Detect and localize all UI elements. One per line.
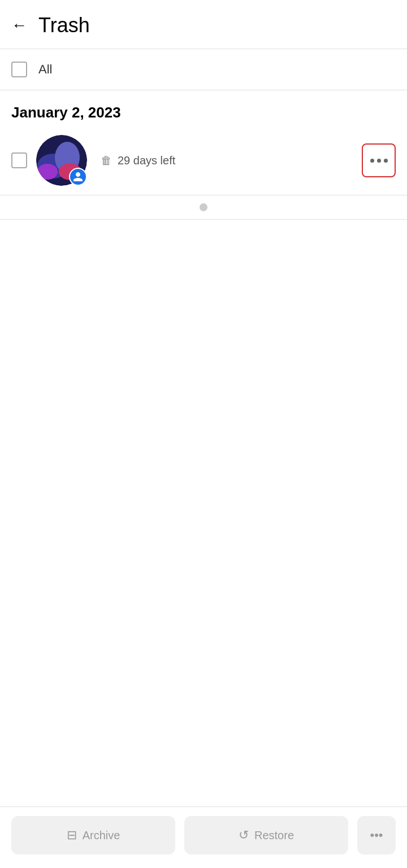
avatar <box>36 135 87 186</box>
page-title: Trash <box>38 14 90 37</box>
more-toolbar-button[interactable]: ••• <box>357 816 396 854</box>
days-left-text: 29 days left <box>118 154 175 167</box>
restore-label: Restore <box>254 829 294 842</box>
select-all-row: All <box>0 49 407 90</box>
select-all-label: All <box>38 62 52 77</box>
svg-point-5 <box>37 164 58 180</box>
date-section: January 2, 2023 <box>0 90 407 126</box>
archive-icon: ⊟ <box>67 828 77 843</box>
more-options-button[interactable] <box>362 143 396 177</box>
list-item: 🗑 29 days left <box>0 126 407 195</box>
item-checkbox[interactable] <box>11 152 27 168</box>
restore-icon: ↺ <box>239 828 249 843</box>
restore-button[interactable]: ↺ Restore <box>184 816 348 854</box>
dots-icon <box>370 159 388 163</box>
archive-button[interactable]: ⊟ Archive <box>11 816 175 854</box>
more-toolbar-icon: ••• <box>370 828 383 843</box>
bottom-toolbar: ⊟ Archive ↺ Restore ••• <box>0 806 407 868</box>
header: ← Trash <box>0 0 407 49</box>
trash-icon: 🗑 <box>101 154 112 167</box>
back-button[interactable]: ← <box>11 18 27 33</box>
separator-dot <box>200 203 207 211</box>
item-info: 🗑 29 days left <box>101 154 362 167</box>
separator-row <box>0 195 407 220</box>
avatar-badge <box>69 168 87 186</box>
select-all-checkbox[interactable] <box>11 62 27 77</box>
date-label: January 2, 2023 <box>11 104 121 121</box>
archive-label: Archive <box>83 829 120 842</box>
